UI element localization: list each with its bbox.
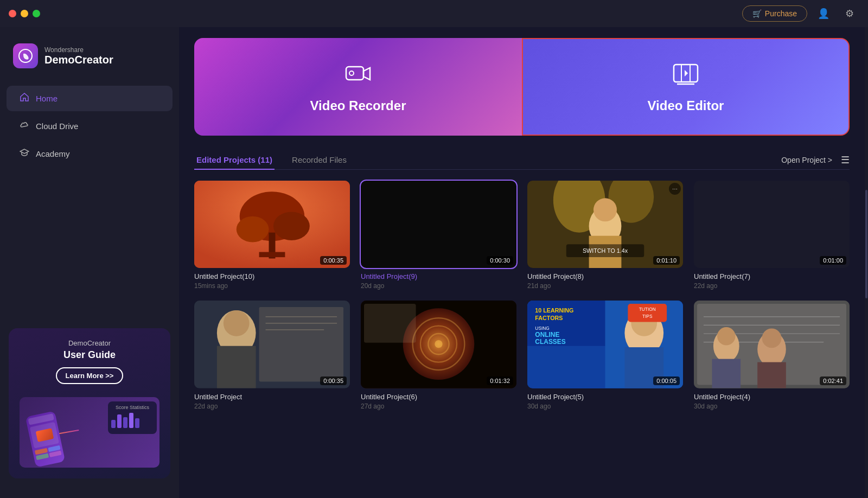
project-name-1: Untitled Project(10): [194, 272, 350, 280]
project-card-1[interactable]: 0:00:35 Untitled Project(10) 15mins ago: [194, 181, 350, 290]
svg-text:SWITCH TO 1.4x: SWITCH TO 1.4x: [583, 247, 628, 254]
tab-edited-projects[interactable]: Edited Projects (11): [194, 151, 275, 170]
project-thumb-8: 0:02:41: [694, 301, 850, 388]
cloud-icon: [20, 120, 29, 132]
project-name-7: Untitled Project(5): [527, 393, 683, 401]
project-card-3[interactable]: SWITCH TO 1.4x ⋯ 0:01:10 Untitled Projec…: [527, 181, 683, 290]
project-date-5: 22d ago: [194, 403, 350, 410]
project-card-4[interactable]: 0:01:00 Untitled Project(7) 22d ago: [694, 181, 850, 290]
video-editor-icon: [672, 60, 700, 91]
project-thumb-2: 0:00:30: [361, 181, 516, 268]
svg-rect-63: [757, 362, 786, 388]
minimize-button[interactable]: [21, 10, 28, 17]
content-area: Video Recorder Video Editor Edited: [179, 27, 865, 498]
svg-text:FACTORS: FACTORS: [535, 315, 563, 321]
scrollbar-track: [865, 27, 868, 498]
tabs-row: Edited Projects (11) Recorded Files Open…: [194, 151, 850, 170]
sidebar-academy-label: Academy: [36, 149, 70, 158]
user-guide-card: DemoCreator User Guide Learn More >>: [9, 328, 170, 478]
project-card-7[interactable]: 10 LEARNING FACTORS USING ONLINE CLASSES…: [527, 301, 683, 410]
main-layout: Wondershare DemoCreator Home Cloud Drive: [0, 27, 868, 498]
project-name-2: Untitled Project(9): [361, 272, 516, 280]
account-button[interactable]: 👤: [814, 4, 833, 23]
duration-5: 0:00:35: [320, 376, 347, 385]
project-name-5: Untitled Project: [194, 393, 350, 401]
svg-point-59: [717, 327, 735, 345]
video-recorder-label: Video Recorder: [310, 98, 406, 113]
logo-icon: [13, 43, 38, 68]
project-thumb-1: 0:00:35: [194, 181, 350, 268]
sidebar-home-label: Home: [36, 94, 58, 103]
maximize-button[interactable]: [33, 10, 40, 17]
projects-grid: 0:00:35 Untitled Project(10) 15mins ago …: [194, 181, 850, 410]
project-date-3: 21d ago: [527, 282, 683, 290]
svg-point-11: [237, 216, 269, 242]
project-date-1: 15mins ago: [194, 282, 350, 290]
project-date-7: 30d ago: [527, 403, 683, 410]
purchase-button[interactable]: 🛒 Purchase: [742, 5, 807, 22]
svg-text:ONLINE: ONLINE: [535, 331, 559, 339]
video-recorder-card[interactable]: Video Recorder: [194, 38, 522, 136]
svg-point-36: [435, 340, 442, 348]
traffic-lights: [9, 10, 40, 17]
logo-text: Wondershare DemoCreator: [44, 46, 113, 66]
project-card-5[interactable]: 0:00:35 Untitled Project 22d ago: [194, 301, 350, 410]
title-bar: 🛒 Purchase 👤 ⚙: [0, 0, 868, 27]
tab-recorded-files[interactable]: Recorded Files: [290, 151, 349, 170]
view-menu-button[interactable]: ☰: [841, 154, 850, 166]
sidebar-item-home[interactable]: Home: [7, 86, 173, 111]
project-date-8: 30d ago: [694, 403, 850, 410]
scrollbar-thumb[interactable]: [865, 190, 867, 298]
video-recorder-icon: [344, 60, 372, 91]
project-date-6: 27d ago: [361, 403, 516, 410]
duration-7: 0:00:05: [653, 376, 680, 385]
project-card-6[interactable]: 0:01:32 Untitled Project(6) 27d ago: [361, 301, 516, 410]
project-thumb-5: 0:00:35: [194, 301, 350, 388]
duration-2: 0:00:30: [487, 256, 513, 265]
duration-6: 0:01:32: [487, 376, 513, 385]
project-card-8[interactable]: 0:02:41 Untitled Project(4) 30d ago: [694, 301, 850, 410]
project-thumb-7: 10 LEARNING FACTORS USING ONLINE CLASSES…: [527, 301, 683, 388]
title-bar-right: 🛒 Purchase 👤 ⚙: [742, 4, 859, 23]
project-name-8: Untitled Project(4): [694, 393, 850, 401]
sidebar-item-cloud-drive[interactable]: Cloud Drive: [7, 113, 173, 139]
learn-more-button[interactable]: Learn More >>: [56, 367, 124, 384]
duration-8: 0:02:41: [820, 376, 846, 385]
cart-icon: 🛒: [752, 9, 762, 18]
svg-point-2: [349, 71, 354, 75]
project-card-2[interactable]: 0:00:30 Untitled Project(9) 20d ago: [361, 181, 516, 290]
settings-button[interactable]: ⚙: [840, 4, 859, 23]
svg-marker-6: [685, 70, 688, 76]
svg-rect-30: [217, 346, 256, 388]
sidebar-cloud-label: Cloud Drive: [36, 122, 78, 131]
home-icon: [20, 92, 29, 105]
svg-rect-37: [364, 304, 416, 343]
project-thumb-3: SWITCH TO 1.4x ⋯ 0:01:10: [527, 181, 683, 268]
close-button[interactable]: [9, 10, 16, 17]
product-label: DemoCreator: [44, 54, 113, 66]
video-editor-label: Video Editor: [648, 98, 724, 113]
svg-text:10 LEARNING: 10 LEARNING: [535, 307, 573, 314]
sidebar: Wondershare DemoCreator Home Cloud Drive: [0, 27, 179, 498]
svg-point-12: [273, 212, 310, 240]
project-name-6: Untitled Project(6): [361, 393, 516, 401]
svg-rect-1: [346, 67, 363, 80]
sidebar-item-academy[interactable]: Academy: [7, 141, 173, 167]
svg-text:CLASSES: CLASSES: [535, 339, 565, 346]
svg-text:USING: USING: [535, 325, 549, 331]
open-project-button[interactable]: Open Project >: [781, 156, 832, 164]
project-date-4: 22d ago: [694, 282, 850, 290]
tabs-right: Open Project > ☰: [781, 154, 850, 166]
duration-4: 0:01:00: [820, 256, 846, 265]
svg-text:TUTION: TUTION: [639, 307, 656, 312]
logo-area: Wondershare DemoCreator: [0, 38, 179, 85]
duration-3: 0:01:10: [653, 256, 680, 265]
svg-rect-13: [259, 252, 285, 258]
project-thumb-6: 0:01:32: [361, 301, 516, 388]
video-editor-card[interactable]: Video Editor: [522, 38, 850, 136]
hero-cards: Video Recorder Video Editor: [194, 38, 850, 136]
svg-text:TIPS: TIPS: [642, 314, 653, 320]
project-name-4: Untitled Project(7): [694, 272, 850, 280]
project-name-3: Untitled Project(8): [527, 272, 683, 280]
svg-rect-62: [712, 359, 741, 388]
